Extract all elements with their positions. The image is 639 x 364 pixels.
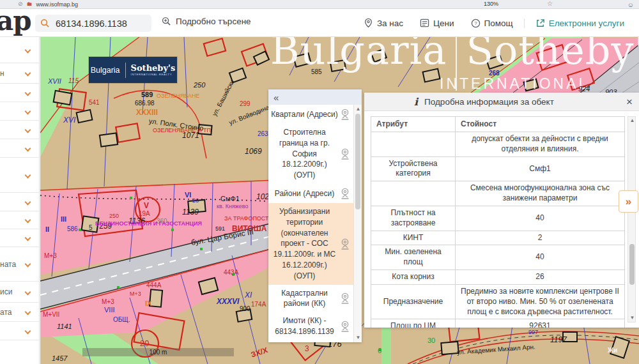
close-icon[interactable]: × [626,96,633,107]
header-menu: За нас Цени ? Помощ Електронни услуги [355,9,633,37]
logo-sub: INTERNATIONAL REALTY [131,73,176,76]
collapse-panel-icon[interactable]: « [273,93,279,102]
main-area: ннатаисиата [0,37,639,364]
info-table-scrollbar[interactable]: ▲ ▼ [627,116,636,322]
table-row: Смесена многофункционална зона със заниж… [371,181,625,206]
layer-panel-header: « [268,89,362,105]
map-pin-icon [339,148,351,160]
menu-item-eservices[interactable]: Електронни услуги [524,19,633,28]
value-cell: 40 [456,206,625,231]
sidebar-item[interactable]: ната [0,247,39,282]
search-box[interactable] [35,15,151,32]
scroll-down-icon[interactable]: ▼ [354,335,362,340]
map-label: 586 [67,226,78,232]
attribute-table: Атрибут Стойност допускат обекти за дейн… [371,116,625,328]
feedback-smiley-icon[interactable]: ☺ [627,1,634,8]
map-label: 6 [378,347,381,354]
table-row: Мин. озеленена площ40 [371,245,625,270]
column-header-attribute: Атрибут [371,117,456,132]
map-label: Жи [608,347,617,354]
layer-item[interactable]: Кадастрални райони (КК) [268,285,353,313]
sidebar-item[interactable] [0,322,39,340]
browser-bar: ⊘ 🖿 www.isofmap.bg 130% ☆ ☺ [0,0,639,9]
sidebar-item[interactable] [0,102,39,121]
search-input[interactable] [54,18,144,29]
price-list-icon [420,19,429,27]
map-label: 26 [192,198,199,204]
layer-item[interactable]: Урбанизирани територии (окончателен прое… [268,203,353,285]
map-label: XVII [48,78,61,85]
sidebar-item[interactable]: ата [0,303,39,322]
map-label: 1141 [57,323,72,330]
scrollbar-thumb[interactable] [355,114,360,209]
map-label: 1071 [182,132,199,139]
sidebar-item[interactable] [0,84,39,102]
layers-sidebar: ннатаисиата [0,37,40,364]
attribute-cell: Устройствена категория [371,156,456,181]
map-label: XXXVI [217,298,239,305]
table-row: Площ по ЦМ92631 [371,319,625,328]
star-icon[interactable]: ☆ [547,0,553,7]
map-label: 589 [141,91,153,98]
map-label: 115 [68,78,79,84]
scroll-down-icon[interactable]: ▼ [628,315,636,321]
scrollbar-thumb[interactable] [629,244,635,285]
layer-item[interactable]: Райони (Адреси) [268,184,353,203]
info-panel-body: Атрибут Стойност допускат обекти за дейн… [364,111,639,328]
chevron-down-icon [25,126,31,133]
sidebar-item[interactable] [0,229,39,247]
value-cell: 40 [456,245,625,270]
sidebar-item-label: ата [0,308,26,317]
expand-panel-button[interactable]: » [619,190,638,213]
map-label: М+3 [130,291,141,297]
sidebar-item[interactable] [0,139,39,158]
attribute-cell: Кота корниз [371,270,456,285]
layer-item[interactable]: Строителна граница на гр. София 18.12.20… [268,124,353,184]
chevron-down-icon [25,217,31,224]
map-label: XVI [63,116,75,124]
map-label: 3 [305,345,309,353]
app-header: ap Подробно търсене За нас [0,9,639,37]
layer-item-label: Имоти (КК) - 68134.1896.1139 [271,315,338,337]
browser-zoom-level[interactable]: 130% [484,1,498,7]
menu-label: Цени [433,19,454,28]
map-pin-icon [339,292,351,305]
map-label: 5 [89,225,93,231]
attribute-cell [371,181,456,206]
sidebar-item[interactable]: н [0,63,39,84]
layer-item[interactable]: Имоти (КК) - 68134.1896.1139 [268,312,353,340]
sidebar-item[interactable] [0,193,39,211]
sidebar-item[interactable]: иси [0,282,39,303]
menu-item-help[interactable]: ? Помощ [463,19,521,28]
scroll-up-icon[interactable]: ▲ [628,118,636,123]
layer-item[interactable]: Квартали (Адреси) [268,105,353,124]
value-cell: Предимно за новите комплексни центрове I… [456,284,625,319]
map-label: 924 [578,86,590,93]
map-label: кв. Княжево [217,204,249,209]
menu-label: Електронни услуги [549,19,624,28]
menu-item-about[interactable]: За нас [355,18,412,28]
map-label: 268 [489,70,500,77]
chevron-down-icon [25,47,31,53]
sidebar-item[interactable] [0,158,39,193]
menu-item-prices[interactable]: Цени [412,19,463,28]
layer-list-scrollbar[interactable]: ▲ ▼ [353,105,362,342]
menu-label: Помощ [484,19,513,28]
map-label: III [61,216,66,223]
map-label: V [144,202,149,209]
scroll-up-icon[interactable]: ▲ [354,107,362,112]
sidebar-item[interactable] [0,121,39,139]
map-canvas[interactable]: Bulgaria Sotheby's INTERNATIONAL REALTY … [40,37,639,364]
chevron-down-icon [25,145,31,151]
map-label: 1197 [550,336,567,344]
chevron-down-icon [25,89,31,96]
sidebar-item[interactable] [0,37,39,63]
sidebar-item-label: н [0,69,26,78]
browser-url[interactable]: www.isofmap.bg [36,1,79,8]
isofmap-logo[interactable]: ap [0,5,31,36]
map-label: 299 [240,101,250,107]
detailed-search-button[interactable]: Подробно търсене [162,17,251,26]
map-pin-icon [339,187,351,200]
sidebar-item[interactable] [0,211,39,229]
chevron-down-icon [25,108,31,114]
